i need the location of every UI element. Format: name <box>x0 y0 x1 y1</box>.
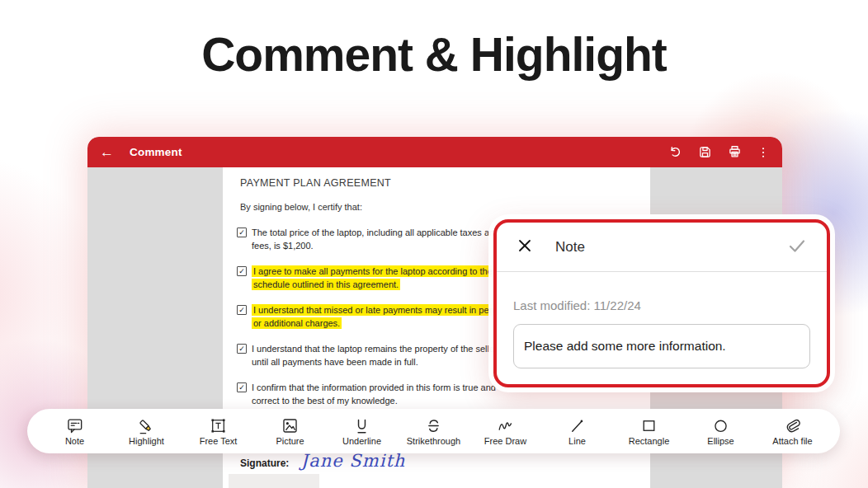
highlighted-text: or additional charges. <box>252 317 342 329</box>
annotation-toolbar: Note Highlight Free Text <box>27 409 840 453</box>
document-intro: By signing below, I certify that: <box>240 202 362 212</box>
back-button[interactable]: ← <box>100 145 114 159</box>
tool-picture[interactable]: Picture <box>254 416 326 446</box>
appbar-title: Comment <box>130 146 182 158</box>
undo-icon[interactable] <box>668 144 683 160</box>
strikethrough-icon <box>424 416 443 435</box>
tool-label: Free Draw <box>484 436 526 446</box>
tool-label: Rectangle <box>629 436 670 446</box>
item-text: fees, is $1,200. <box>252 241 314 251</box>
tool-highlight[interactable]: Highlight <box>111 416 182 446</box>
note-popup-title: Note <box>555 239 585 256</box>
item-text: The total price of the laptop, including… <box>252 228 499 237</box>
tool-attach-file[interactable]: Attach file <box>757 416 828 446</box>
tool-label: Highlight <box>129 436 164 446</box>
note-icon <box>65 416 84 435</box>
tool-note[interactable]: Note <box>39 416 111 446</box>
checkbox-checked[interactable]: ✓ <box>237 228 247 237</box>
underline-icon <box>352 416 371 435</box>
overflow-menu-icon[interactable] <box>757 145 770 160</box>
item-text: correct to the best of my knowledge. <box>252 396 398 406</box>
confirm-check-icon[interactable] <box>787 237 807 258</box>
line-icon <box>568 416 587 435</box>
tool-free-text[interactable]: Free Text <box>182 416 254 446</box>
item-text: until all payments have been made in ful… <box>252 357 418 367</box>
note-text-input[interactable]: Please add some more information. <box>513 324 810 368</box>
tool-rectangle[interactable]: Rectangle <box>613 416 685 446</box>
appbar: ← Comment <box>87 137 782 167</box>
checkbox-checked[interactable]: ✓ <box>237 266 247 276</box>
signature-row: Signature: Jane Smith <box>240 451 405 471</box>
signature-handwriting: Jane Smith <box>301 451 406 471</box>
item-text: I understand that the laptop remains the… <box>252 344 498 354</box>
signature-label: Signature: <box>240 458 289 469</box>
tool-label: Note <box>65 436 84 446</box>
last-modified-text: Last modified: 11/22/24 <box>513 298 810 312</box>
page-title: Comment & Highlight <box>0 27 868 82</box>
ellipse-icon <box>711 416 730 435</box>
free-text-icon <box>209 416 228 435</box>
highlighted-text: I agree to make all payments for the lap… <box>252 265 494 277</box>
tool-label: Attach file <box>772 436 812 446</box>
checkbox-checked[interactable]: ✓ <box>237 344 247 354</box>
note-popup-body: Last modified: 11/22/24 Please add some … <box>497 298 827 368</box>
tool-label: Free Text <box>200 436 238 446</box>
close-icon[interactable] <box>517 237 533 257</box>
tool-label: Line <box>568 436 586 446</box>
tool-free-draw[interactable]: Free Draw <box>469 416 541 446</box>
note-popup-header: Note <box>497 223 827 272</box>
page-footer-block <box>229 474 319 488</box>
save-icon[interactable] <box>697 144 713 160</box>
document-title: PAYMENT PLAN AGREEMENT <box>240 177 391 189</box>
tool-label: Strikethrough <box>407 436 460 446</box>
free-draw-icon <box>496 416 515 435</box>
print-icon[interactable] <box>727 144 743 160</box>
tool-line[interactable]: Line <box>541 416 613 446</box>
tool-ellipse[interactable]: Ellipse <box>685 416 757 446</box>
tool-label: Underline <box>342 436 381 446</box>
note-popup: Note Last modified: 11/22/24 Please add … <box>493 219 830 387</box>
attach-file-icon <box>783 416 802 435</box>
highlight-icon <box>137 416 156 435</box>
rectangle-icon <box>639 416 658 435</box>
picture-icon <box>281 416 300 435</box>
tool-label: Picture <box>276 436 304 446</box>
item-text: I confirm that the information provided … <box>252 382 496 392</box>
highlighted-text: I understand that missed or late payment… <box>252 304 517 316</box>
tool-strikethrough[interactable]: Strikethrough <box>398 416 469 446</box>
checkbox-checked[interactable]: ✓ <box>237 382 247 392</box>
highlighted-text: schedule outlined in this agreement. <box>252 279 400 290</box>
checkbox-checked[interactable]: ✓ <box>237 305 247 315</box>
tool-underline[interactable]: Underline <box>326 416 398 446</box>
tool-label: Ellipse <box>707 436 734 446</box>
